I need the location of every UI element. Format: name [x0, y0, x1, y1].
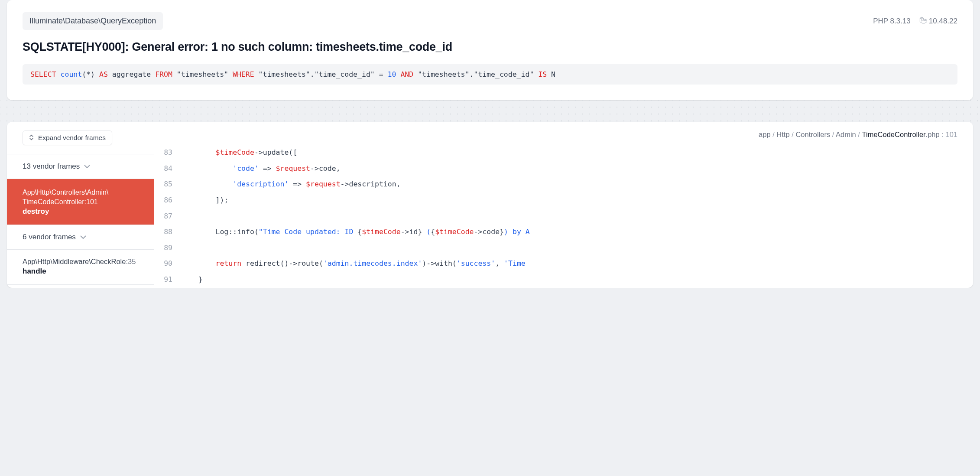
laravel-icon	[919, 16, 927, 24]
code-line: 88 Log::info("Time Code updated: ID {$ti…	[154, 224, 973, 240]
version-info: PHP 8.3.13 10.48.22	[873, 16, 957, 26]
frame-method: handle	[23, 267, 138, 276]
error-header-card: Illuminate\Database\QueryException PHP 8…	[7, 0, 973, 100]
code-line: 90 return redirect()->route('admin.timec…	[154, 256, 973, 272]
vendor-frames-count: 6 vendor frames	[23, 233, 76, 241]
code-line: 84 'code' => $request->code,	[154, 161, 973, 177]
active-frame[interactable]: App\Http\Controllers\Admin\ TimeCodeCont…	[7, 179, 154, 225]
frames-column: Expand vendor frames 13 vendor frames Ap…	[7, 122, 154, 288]
frame-method: destroy	[23, 207, 138, 216]
header-top-row: Illuminate\Database\QueryException PHP 8…	[23, 12, 957, 30]
expand-row: Expand vendor frames	[7, 122, 154, 154]
code-listing: 83 $timeCode->update([84 'code' => $requ…	[154, 145, 973, 288]
expand-vendor-frames-button[interactable]: Expand vendor frames	[23, 130, 112, 145]
code-line: 91 }	[154, 272, 973, 288]
stack-frame[interactable]: App\Http\Middleware\CheckRole:35 handle	[7, 250, 154, 285]
file-path-breadcrumb: app / Http / Controllers / Admin / TimeC…	[154, 122, 973, 145]
laravel-version: 10.48.22	[919, 16, 957, 26]
frame-file-line: TimeCodeController:101	[23, 198, 138, 206]
expand-label: Expand vendor frames	[38, 134, 106, 142]
vendor-frames-group-2[interactable]: 6 vendor frames	[7, 225, 154, 250]
code-line: 83 $timeCode->update([	[154, 145, 973, 161]
php-version: PHP 8.3.13	[873, 17, 911, 26]
frame-namespace: App\Http\Controllers\Admin\	[23, 187, 138, 198]
chevron-down-icon	[80, 234, 86, 241]
code-line: 89	[154, 240, 973, 256]
exception-class-badge: Illuminate\Database\QueryException	[23, 12, 163, 30]
vendor-frames-group-1[interactable]: 13 vendor frames	[7, 154, 154, 179]
sql-query-block: SELECT count(*) AS aggregate FROM "times…	[23, 64, 957, 85]
frame-file-line: App\Http\Middleware\CheckRole:35	[23, 258, 138, 266]
vendor-frames-count: 13 vendor frames	[23, 162, 80, 171]
code-column: app / Http / Controllers / Admin / TimeC…	[154, 122, 973, 288]
code-line: 86 ]);	[154, 192, 973, 209]
stack-trace-card: Expand vendor frames 13 vendor frames Ap…	[7, 122, 973, 288]
code-line: 85 'description' => $request->descriptio…	[154, 176, 973, 192]
error-title: SQLSTATE[HY000]: General error: 1 no suc…	[23, 40, 957, 54]
spacer	[0, 100, 980, 122]
code-line: 87	[154, 209, 973, 225]
expand-collapse-icon	[29, 134, 34, 141]
chevron-down-icon	[84, 163, 90, 170]
